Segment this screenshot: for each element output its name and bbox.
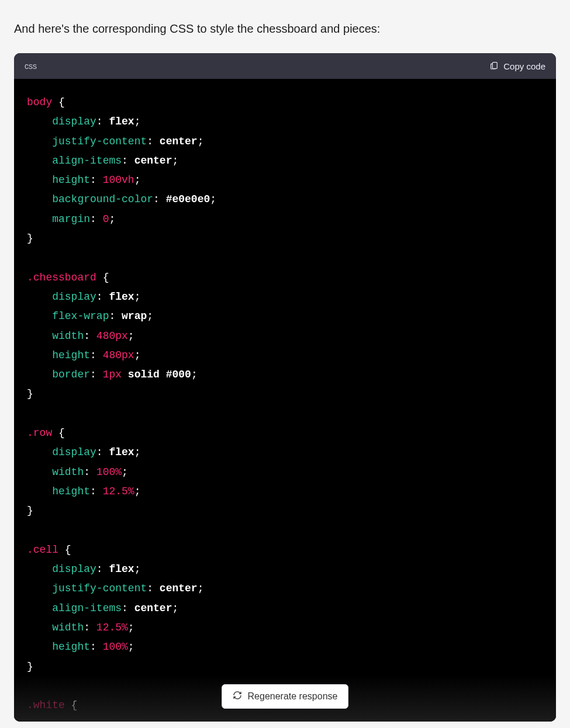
copy-code-label: Copy code: [503, 61, 545, 71]
regenerate-response-button[interactable]: Regenerate response: [222, 684, 349, 709]
regenerate-response-label: Regenerate response: [248, 691, 338, 702]
svg-rect-0: [493, 62, 498, 68]
clipboard-icon: [489, 60, 499, 72]
intro-text: And here's the corresponding CSS to styl…: [14, 22, 556, 36]
code-block: css Copy code body { display: flex; just…: [14, 53, 556, 722]
code-header: css Copy code: [14, 53, 556, 79]
copy-code-button[interactable]: Copy code: [489, 60, 545, 72]
code-language-label: css: [25, 61, 37, 71]
code-body[interactable]: body { display: flex; justify-content: c…: [14, 79, 556, 722]
refresh-icon: [233, 691, 242, 702]
